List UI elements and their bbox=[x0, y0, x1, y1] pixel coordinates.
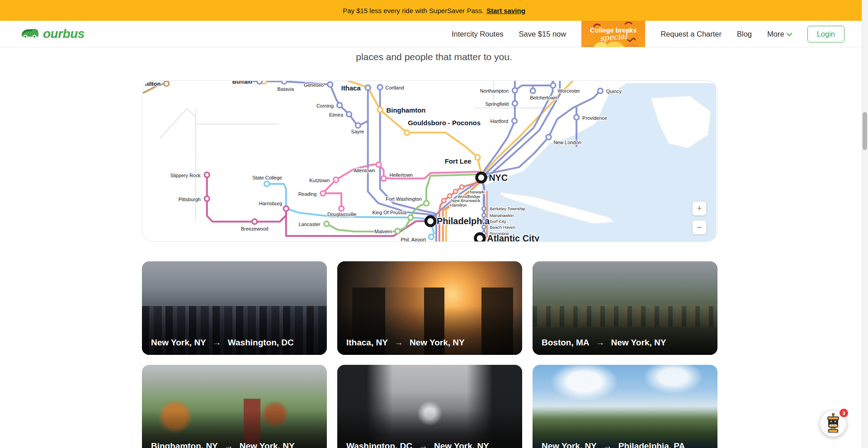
card-photo bbox=[533, 365, 717, 448]
map-station-label: Providence bbox=[582, 115, 607, 121]
map-station-label: State College bbox=[252, 175, 282, 180]
login-button[interactable]: Login bbox=[807, 26, 844, 42]
ourbus-logo[interactable]: ourbus bbox=[20, 27, 85, 41]
arrow-right-icon: → bbox=[596, 337, 605, 348]
map-station bbox=[328, 82, 333, 87]
map-station bbox=[512, 88, 517, 93]
map-station-label: Worcester bbox=[557, 88, 580, 94]
nav-links: Intercity Routes Save $15 now College br… bbox=[452, 21, 868, 47]
map-station bbox=[460, 185, 464, 189]
nav-request-charter[interactable]: Request a Charter bbox=[660, 30, 722, 38]
map-station-label: Hamilton bbox=[450, 203, 467, 207]
route-card[interactable]: New York, NY → Washington, DC bbox=[142, 261, 327, 355]
scrollbar-thumb[interactable] bbox=[863, 112, 867, 150]
map-station bbox=[283, 206, 288, 211]
card-photo bbox=[533, 306, 717, 327]
map-station bbox=[475, 234, 484, 241]
map-station bbox=[482, 219, 486, 223]
map-station bbox=[264, 181, 269, 186]
map-station-label: King Of Prussia bbox=[372, 210, 407, 215]
map-station-label: Hartford bbox=[491, 118, 508, 124]
nav-intercity-routes[interactable]: Intercity Routes bbox=[452, 30, 504, 38]
route-origin: Washington, DC bbox=[346, 441, 412, 448]
map-station-label: Allentown bbox=[354, 168, 375, 173]
map-station-label: Geneseo bbox=[304, 82, 324, 88]
map-station-label: Lancaster bbox=[298, 222, 320, 227]
route-card[interactable]: Ithaca, NY → New York, NY bbox=[337, 261, 522, 355]
map-station-label: Elmira bbox=[329, 112, 344, 118]
map-station-label: Breezewood bbox=[241, 226, 269, 231]
map-station bbox=[339, 206, 344, 211]
promo-text: Pay $15 less every ride with SuperSaver … bbox=[343, 7, 484, 14]
map-station-label: Cortland bbox=[386, 85, 404, 90]
arrow-right-icon: → bbox=[212, 337, 222, 348]
map-station bbox=[376, 162, 381, 167]
promo-banner: Pay $15 less every ride with SuperSaver … bbox=[0, 0, 868, 21]
route-card-label: Boston, MA → New York, NY bbox=[542, 337, 666, 348]
chevron-down-icon bbox=[787, 30, 792, 38]
route-origin: Binghamton, NY bbox=[151, 441, 218, 448]
map-station bbox=[408, 215, 413, 220]
route-map[interactable]: HamiltonBuffaloBataviaGeneseoIthacaCortl… bbox=[142, 80, 718, 242]
route-destination: New York, NY bbox=[611, 338, 666, 348]
route-origin: Ithaca, NY bbox=[346, 338, 388, 348]
map-station bbox=[377, 85, 382, 90]
route-destination: Washington, DC bbox=[228, 338, 294, 348]
route-card[interactable]: Boston, MA → New York, NY bbox=[533, 261, 717, 355]
map-station bbox=[546, 135, 551, 140]
map-station bbox=[355, 123, 360, 128]
map-station bbox=[365, 85, 370, 90]
popular-routes-grid: New York, NY → Washington, DC Ithaca, NY… bbox=[142, 261, 718, 448]
map-station-label: Kutztown bbox=[309, 178, 330, 183]
map-station-label: Douglassville bbox=[327, 212, 356, 217]
map-station-label: Slippery Rock bbox=[170, 173, 201, 178]
route-origin: New York, NY bbox=[151, 338, 206, 348]
map-station bbox=[476, 173, 486, 182]
route-card[interactable]: Washington, DC → New York, NY bbox=[337, 365, 522, 448]
map-station bbox=[448, 194, 452, 198]
nav-blog[interactable]: Blog bbox=[737, 30, 752, 38]
robot-icon bbox=[823, 413, 843, 434]
map-station bbox=[334, 177, 339, 182]
map-station-label: Batavia bbox=[278, 86, 294, 92]
nav-more[interactable]: More bbox=[767, 30, 792, 38]
map-station bbox=[377, 107, 382, 112]
map-station-label: Manahawkin bbox=[490, 213, 514, 218]
map-station-label: Berkeley Township bbox=[490, 206, 525, 211]
map-station bbox=[530, 88, 535, 93]
card-photo bbox=[337, 365, 522, 448]
map-station-label: Malvern bbox=[375, 229, 392, 234]
route-card-label: Washington, DC → New York, NY bbox=[346, 441, 489, 448]
page-scrollbar[interactable] bbox=[862, 0, 868, 448]
route-card[interactable]: New York, NY → Philadelphia, PA bbox=[533, 365, 717, 448]
map-station bbox=[204, 172, 209, 177]
map-station-label: New London bbox=[553, 140, 581, 145]
route-map-canvas: HamiltonBuffaloBataviaGeneseoIthacaCortl… bbox=[142, 81, 717, 241]
map-zoom-out-button[interactable]: − bbox=[692, 220, 707, 235]
map-station bbox=[512, 101, 517, 106]
map-station bbox=[442, 198, 446, 203]
route-card-label: New York, NY → Philadelphia, PA bbox=[542, 441, 685, 448]
route-destination: New York, NY bbox=[240, 441, 295, 448]
map-station-label: Fort Lee bbox=[445, 158, 472, 165]
map-station bbox=[512, 118, 517, 123]
map-station bbox=[204, 196, 209, 201]
map-station bbox=[405, 130, 410, 135]
hero-tagline: places and people that matter to you. bbox=[0, 52, 868, 62]
map-station-label: Ithaca bbox=[341, 85, 361, 92]
nav-college-breaks-special[interactable]: College breaks special bbox=[581, 21, 645, 47]
map-station-label: Reading bbox=[298, 191, 317, 197]
map-station-label: Belchertown bbox=[530, 95, 557, 100]
map-station-label: Surf City bbox=[490, 219, 506, 224]
nav-save-15[interactable]: Save $15 now bbox=[519, 30, 566, 38]
map-station bbox=[257, 81, 262, 84]
map-zoom-in-button[interactable]: + bbox=[692, 201, 707, 216]
route-card-label: Ithaca, NY → New York, NY bbox=[346, 337, 465, 348]
chat-widget-button[interactable]: 3 bbox=[820, 410, 846, 437]
map-station-label: NYC bbox=[489, 173, 508, 183]
route-card-label: Binghamton, NY → New York, NY bbox=[151, 441, 295, 448]
route-card[interactable]: Binghamton, NY → New York, NY bbox=[142, 365, 327, 448]
map-station bbox=[475, 155, 480, 160]
brand-name: ourbus bbox=[43, 27, 85, 41]
start-saving-link[interactable]: Start saving bbox=[486, 7, 525, 14]
